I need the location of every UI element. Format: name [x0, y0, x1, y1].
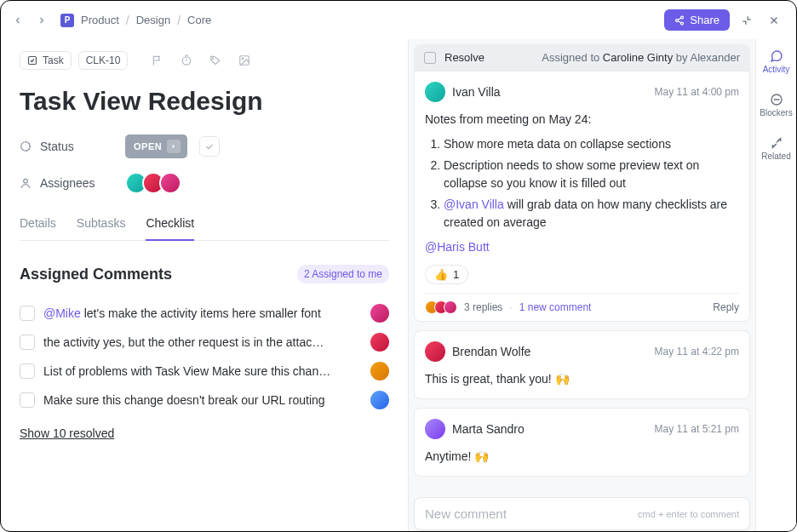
- activity-column: Resolve Assigned to Caroline Ginty by Al…: [409, 39, 755, 532]
- close-button[interactable]: [764, 10, 784, 31]
- comment-time: May 11 at 4:00 pm: [655, 86, 739, 98]
- svg-line-20: [772, 144, 777, 148]
- minimize-button[interactable]: [737, 10, 757, 31]
- comment-checkbox[interactable]: [20, 392, 35, 408]
- svg-point-0: [681, 16, 684, 19]
- space-badge: P: [60, 14, 74, 27]
- mark-complete-button[interactable]: [199, 136, 220, 157]
- mention[interactable]: @Mike: [43, 306, 81, 320]
- topbar: P Product / Design / Core Share: [1, 1, 796, 39]
- stopwatch-icon[interactable]: [175, 49, 198, 72]
- comment-input[interactable]: [425, 506, 638, 521]
- right-rail: Activity Blockers Related: [755, 39, 796, 532]
- reply-button[interactable]: Reply: [713, 301, 739, 313]
- comment-author[interactable]: Ivan Villa: [452, 85, 501, 99]
- tab-details[interactable]: Details: [20, 208, 56, 240]
- comment-time: May 11 at 5:21 pm: [655, 423, 739, 435]
- comment-body: This is great, thank you! 🙌: [425, 370, 739, 388]
- avatar[interactable]: [370, 391, 389, 409]
- breadcrumb-item[interactable]: Design: [136, 14, 170, 26]
- avatar: [444, 300, 457, 314]
- thread-footer: 3 replies · 1 new comment Reply: [425, 293, 739, 314]
- comment-checkbox[interactable]: [20, 306, 35, 321]
- assignees-field-label: Assignees: [20, 176, 113, 190]
- comment-checkbox[interactable]: [20, 335, 35, 350]
- assignee-avatars[interactable]: [125, 172, 181, 194]
- avatar[interactable]: [370, 304, 389, 323]
- breadcrumb-item[interactable]: Product: [81, 14, 119, 26]
- comment-text: the activity yes, but the other request …: [43, 335, 362, 349]
- svg-point-13: [242, 58, 244, 60]
- avatar[interactable]: [159, 172, 181, 194]
- rail-activity[interactable]: Activity: [756, 46, 796, 77]
- breadcrumb-item[interactable]: Core: [187, 14, 211, 26]
- status-icon: [20, 140, 33, 152]
- resolve-label[interactable]: Resolve: [444, 51, 485, 64]
- share-icon: [674, 15, 685, 26]
- thread-assigned-to: Assigned to Caroline Ginty by Alexander: [542, 51, 740, 64]
- assigned-comment-row[interactable]: Make sure this change doesn't break our …: [20, 386, 389, 415]
- show-resolved-link[interactable]: Show 10 resolved: [20, 426, 114, 440]
- resolve-checkbox[interactable]: [424, 52, 436, 64]
- assigned-comments-list: @Mike let's make the activity items here…: [20, 299, 389, 415]
- assigned-to-me-badge[interactable]: 2 Assigned to me: [297, 265, 389, 283]
- assigned-comment-row[interactable]: @Mike let's make the activity items here…: [20, 299, 389, 328]
- tag-icon[interactable]: [204, 49, 226, 72]
- rail-related[interactable]: Related: [756, 133, 796, 164]
- comment-composer[interactable]: cmd + enter to comment: [414, 497, 750, 530]
- blocker-icon: [770, 93, 783, 106]
- status-field-label: Status: [20, 140, 113, 153]
- tab-checklist[interactable]: Checklist: [146, 208, 194, 240]
- comment-author[interactable]: Brendan Wolfe: [452, 345, 530, 358]
- thread-main-comment: Ivan Villa May 11 at 4:00 pm Notes from …: [414, 71, 750, 322]
- status-value: OPEN: [134, 141, 162, 152]
- avatar[interactable]: [425, 82, 445, 102]
- comment-text: List of problems with Task View Make sur…: [43, 364, 362, 378]
- avatar[interactable]: [425, 341, 445, 362]
- mention[interactable]: @Ivan Villa: [444, 197, 504, 211]
- svg-point-2: [681, 22, 684, 25]
- comment-text: Make sure this change doesn't break our …: [43, 393, 362, 407]
- nav-back[interactable]: [9, 12, 26, 29]
- svg-point-11: [213, 58, 214, 59]
- comment-body: Anytime! 🙌: [425, 448, 739, 466]
- comment-body: Notes from meeting on May 24: Show more …: [425, 111, 739, 256]
- status-next-icon[interactable]: [167, 140, 181, 153]
- flag-icon[interactable]: [146, 49, 169, 72]
- reaction-pill[interactable]: 👍 1: [425, 265, 468, 284]
- svg-line-3: [679, 20, 681, 22]
- comment-checkbox[interactable]: [20, 363, 35, 379]
- replies-count[interactable]: 3 replies: [464, 301, 502, 313]
- svg-line-4: [679, 18, 681, 20]
- person-icon: [20, 177, 33, 189]
- task-type-label: Task: [43, 54, 64, 66]
- assigned-comment-row[interactable]: List of problems with Task View Make sur…: [20, 357, 389, 386]
- thumbs-up-icon: 👍: [434, 268, 448, 281]
- new-comment-link[interactable]: 1 new comment: [519, 301, 592, 313]
- assigned-comment-row[interactable]: the activity yes, but the other request …: [20, 328, 389, 357]
- task-title[interactable]: Task View Redesign: [20, 87, 389, 116]
- rail-blockers[interactable]: Blockers: [756, 89, 796, 121]
- svg-marker-15: [173, 145, 175, 149]
- task-type-pill[interactable]: Task: [20, 51, 72, 70]
- breadcrumb-sep: /: [177, 14, 181, 27]
- avatar[interactable]: [425, 419, 445, 439]
- comment-author[interactable]: Marta Sandro: [452, 422, 525, 436]
- share-button[interactable]: Share: [664, 9, 730, 31]
- mention[interactable]: @Haris Butt: [425, 240, 490, 254]
- tab-subtasks[interactable]: Subtasks: [77, 208, 126, 240]
- chat-icon: [770, 49, 783, 63]
- task-id-pill[interactable]: CLK-10: [78, 51, 129, 70]
- thread-header: Resolve Assigned to Caroline Ginty by Al…: [414, 44, 750, 71]
- task-tabs: Details Subtasks Checklist: [20, 208, 389, 241]
- nav-forward[interactable]: [33, 12, 50, 29]
- avatar[interactable]: [370, 362, 389, 380]
- status-pill[interactable]: OPEN: [125, 134, 187, 158]
- image-icon[interactable]: [233, 49, 255, 72]
- share-label: Share: [690, 14, 720, 26]
- svg-point-1: [676, 19, 679, 21]
- avatar[interactable]: [370, 333, 389, 352]
- breadcrumb-sep: /: [126, 14, 129, 27]
- svg-point-16: [24, 179, 28, 183]
- reaction-count: 1: [453, 268, 459, 281]
